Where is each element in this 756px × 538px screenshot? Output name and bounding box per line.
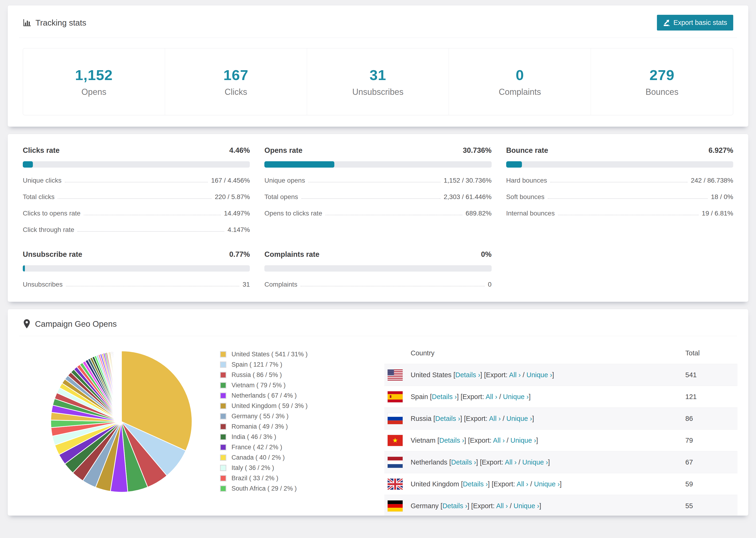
geo-content: United States ( 541 / 31% )Spain ( 121 /… bbox=[19, 342, 737, 516]
rate-value: 30.736% bbox=[463, 146, 491, 155]
es-flag-icon bbox=[388, 391, 403, 402]
rate-title: Opens rate bbox=[264, 146, 302, 155]
de-flag-icon bbox=[388, 501, 403, 511]
export-unique-link[interactable]: Unique › bbox=[522, 458, 548, 466]
rate-detail-label: Soft bounces bbox=[506, 193, 544, 200]
details-link[interactable]: Details › bbox=[435, 415, 460, 422]
export-unique-link[interactable]: Unique › bbox=[507, 415, 532, 422]
export-unique-link[interactable]: Unique › bbox=[513, 502, 539, 510]
export-unique-link[interactable]: Unique › bbox=[511, 437, 536, 444]
rate-detail-value: 18 / 0% bbox=[711, 193, 733, 200]
details-link[interactable]: Details › bbox=[455, 371, 480, 379]
legend-item: Brazil ( 33 / 2% ) bbox=[220, 475, 351, 482]
export-basic-stats-button[interactable]: Export basic stats bbox=[657, 15, 733, 30]
us-flag-icon bbox=[388, 369, 403, 381]
rate-title: Bounce rate bbox=[506, 146, 548, 155]
geo-opens-card: Campaign Geo Opens United States ( 541 /… bbox=[8, 309, 748, 516]
stat-box: 167Clicks bbox=[165, 48, 307, 115]
rate-detail-value: 19 / 6.81% bbox=[702, 210, 733, 217]
details-link[interactable]: Details › bbox=[463, 480, 488, 488]
legend-label: United States ( 541 / 31% ) bbox=[232, 351, 307, 358]
country-cell: United Kingdom [Details ›] [Export: All … bbox=[411, 480, 685, 488]
export-unique-link[interactable]: Unique › bbox=[534, 480, 560, 488]
legend-label: Germany ( 55 / 3% ) bbox=[232, 413, 289, 420]
stat-label: Complaints bbox=[499, 87, 541, 97]
rate-progress-bar bbox=[264, 265, 491, 272]
rate-detail-row: Click through rate4.147% bbox=[23, 226, 250, 233]
rate-detail-label: Complaints bbox=[264, 281, 297, 288]
rate-detail-row: Unique opens1,152 / 30.736% bbox=[264, 177, 491, 184]
page-title: Tracking stats bbox=[35, 18, 86, 27]
legend-label: France ( 42 / 2% ) bbox=[232, 444, 282, 451]
stat-value: 31 bbox=[369, 67, 386, 83]
rate-detail-row: Unique clicks167 / 4.456% bbox=[23, 177, 250, 184]
rate-detail-label: Unique opens bbox=[264, 177, 305, 184]
details-link[interactable]: Details › bbox=[432, 393, 457, 401]
export-button-label: Export basic stats bbox=[674, 19, 727, 27]
legend-swatch bbox=[220, 455, 226, 461]
export-unique-link[interactable]: Unique › bbox=[526, 371, 552, 379]
dotted-leader bbox=[548, 198, 708, 199]
details-link[interactable]: Details › bbox=[451, 458, 476, 466]
rate-detail-label: Internal bounces bbox=[506, 210, 555, 217]
rate-detail-value: 0 bbox=[488, 281, 492, 288]
rate-detail-label: Unsubscribes bbox=[23, 281, 63, 288]
gb-flag-icon bbox=[388, 479, 403, 490]
export-all-link[interactable]: All › bbox=[486, 393, 497, 401]
rate-detail-row: Complaints0 bbox=[264, 281, 491, 288]
rate-header: Unsubscribe rate0.77% bbox=[23, 250, 250, 259]
dotted-leader bbox=[325, 215, 462, 215]
export-unique-link[interactable]: Unique › bbox=[503, 393, 529, 401]
rate-progress-fill bbox=[23, 265, 25, 272]
stat-box: 31Unsubscribes bbox=[307, 48, 449, 115]
tracking-stats-title-row: Tracking stats bbox=[23, 18, 86, 27]
total-cell: 55 bbox=[685, 502, 693, 510]
rate-title: Clicks rate bbox=[23, 146, 60, 155]
vn-flag-icon bbox=[388, 435, 403, 446]
legend-swatch bbox=[220, 361, 226, 368]
legend-item: Romania ( 49 / 3% ) bbox=[220, 423, 351, 430]
export-all-link[interactable]: All › bbox=[509, 371, 521, 379]
legend-swatch bbox=[220, 403, 226, 409]
geo-table-body: United States [Details ›] [Export: All ›… bbox=[384, 364, 737, 516]
export-all-link[interactable]: All › bbox=[516, 480, 528, 488]
legend-swatch bbox=[220, 444, 226, 451]
export-all-link[interactable]: All › bbox=[505, 458, 516, 466]
rate-detail-label: Opens to clicks rate bbox=[264, 210, 322, 217]
rate-detail-value: 167 / 4.456% bbox=[211, 177, 250, 184]
rate-detail-label: Total clicks bbox=[23, 193, 54, 200]
geo-opens-title: Campaign Geo Opens bbox=[35, 319, 117, 329]
rate-progress-fill bbox=[506, 161, 522, 168]
country-cell: Netherlands [Details ›] [Export: All › /… bbox=[411, 458, 685, 466]
rate-section-complaints-rate: Complaints rate0%Complaints0 bbox=[264, 250, 491, 288]
rate-section-clicks-rate: Clicks rate4.46%Unique clicks167 / 4.456… bbox=[23, 146, 250, 233]
geo-table-row: Vietnam [Details ›] [Export: All › / Uni… bbox=[384, 429, 737, 451]
map-pin-icon bbox=[23, 319, 31, 329]
rate-section-unsubscribe-rate: Unsubscribe rate0.77%Unsubscribes31 bbox=[23, 250, 250, 288]
rate-progress-bar bbox=[264, 161, 491, 168]
geo-table: Country Total United States [Details ›] … bbox=[384, 342, 737, 516]
rate-progress-fill bbox=[264, 161, 334, 168]
rate-progress-fill bbox=[23, 161, 33, 168]
details-link[interactable]: Details › bbox=[442, 502, 467, 510]
dotted-leader bbox=[558, 215, 698, 215]
ru-flag-icon bbox=[388, 413, 403, 424]
export-all-link[interactable]: All › bbox=[496, 502, 508, 510]
legend-item: Germany ( 55 / 3% ) bbox=[220, 413, 351, 420]
details-link[interactable]: Details › bbox=[439, 437, 464, 444]
stat-label: Opens bbox=[81, 87, 106, 97]
country-cell: United States [Details ›] [Export: All ›… bbox=[411, 371, 685, 379]
rate-title: Complaints rate bbox=[264, 250, 319, 259]
total-cell: 79 bbox=[685, 437, 693, 444]
rate-detail-value: 689.82% bbox=[465, 210, 492, 217]
bar-chart-icon bbox=[23, 19, 31, 27]
rate-detail-label: Unique clicks bbox=[23, 177, 62, 184]
export-all-link[interactable]: All › bbox=[489, 415, 501, 422]
legend-swatch bbox=[220, 423, 226, 430]
legend-swatch bbox=[220, 372, 226, 378]
export-all-link[interactable]: All › bbox=[493, 437, 505, 444]
stat-box: 279Bounces bbox=[591, 48, 733, 115]
country-cell: Spain [Details ›] [Export: All › / Uniqu… bbox=[411, 393, 685, 401]
geo-opens-title-row: Campaign Geo Opens bbox=[23, 319, 117, 329]
rate-detail-label: Hard bounces bbox=[506, 177, 547, 184]
